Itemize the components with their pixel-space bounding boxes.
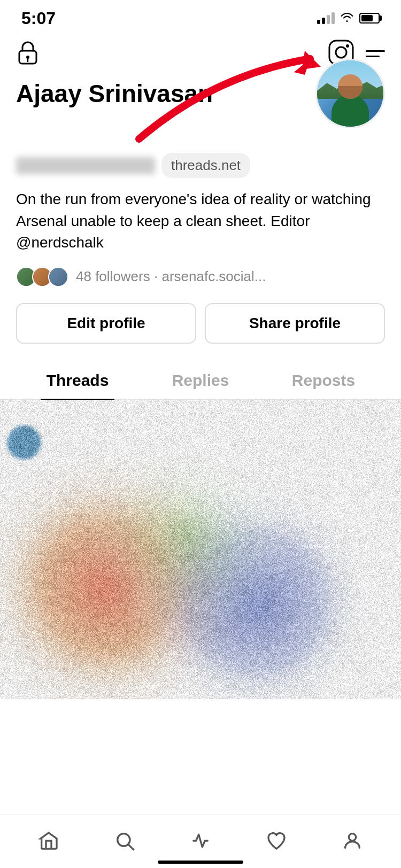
avatar-image	[317, 60, 383, 127]
tabs: Threads Replies Reposts	[0, 360, 401, 400]
followers-row[interactable]: 48 followers · arsenafc.social...	[16, 267, 385, 287]
signal-bars-icon	[317, 12, 335, 24]
username-blurred	[16, 157, 155, 174]
bottom-nav	[0, 815, 401, 868]
threads-badge: threads.net	[161, 153, 250, 178]
nav-activity[interactable]	[190, 830, 211, 851]
username-row: threads.net	[16, 153, 385, 178]
follower-avatars	[16, 267, 68, 287]
nav-favorites[interactable]	[266, 830, 287, 851]
battery-icon	[359, 13, 380, 24]
avatar	[315, 59, 385, 128]
svg-point-9	[349, 833, 356, 840]
profile-top: Ajaay Srinivasan	[16, 75, 385, 144]
nav-search[interactable]	[114, 830, 135, 851]
action-buttons: Edit profile Share profile	[16, 303, 385, 344]
follower-avatar-3	[48, 267, 68, 287]
profile-section: Ajaay Srinivasan threads.net	[0, 75, 401, 344]
menu-icon[interactable]	[366, 50, 385, 57]
share-profile-button[interactable]: Share profile	[205, 303, 385, 344]
svg-point-4	[336, 47, 346, 58]
nav-home[interactable]	[38, 830, 59, 851]
svg-line-8	[129, 844, 134, 849]
svg-point-5	[346, 44, 349, 48]
lock-icon	[16, 39, 40, 68]
profile-name: Ajaay Srinivasan	[16, 75, 315, 107]
edit-profile-button[interactable]: Edit profile	[16, 303, 196, 344]
status-icons	[317, 12, 380, 25]
status-bar: 5:07	[0, 0, 401, 32]
status-time: 5:07	[21, 9, 56, 28]
content-area	[0, 400, 401, 699]
followers-text: 48 followers · arsenafc.social...	[76, 268, 266, 285]
tab-threads[interactable]: Threads	[16, 360, 139, 399]
tab-replies[interactable]: Replies	[139, 360, 262, 399]
tab-reposts[interactable]: Reposts	[262, 360, 385, 399]
nav-profile[interactable]	[342, 830, 363, 851]
profile-bio: On the run from everyone's idea of reali…	[16, 189, 385, 254]
home-indicator	[158, 861, 243, 864]
wifi-icon	[340, 12, 354, 25]
